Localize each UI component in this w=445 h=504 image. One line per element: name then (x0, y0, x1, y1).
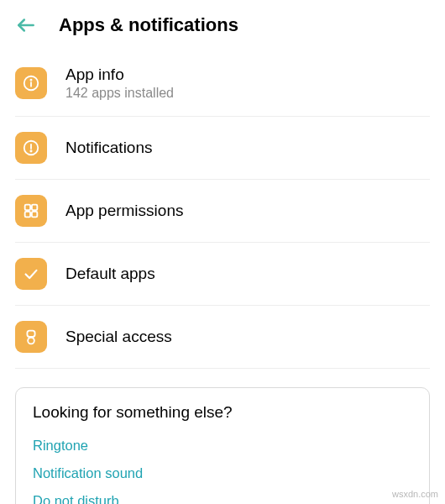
back-arrow-icon[interactable] (15, 14, 37, 36)
list-item-app-permissions[interactable]: App permissions (15, 180, 430, 243)
svg-point-6 (30, 150, 31, 151)
suggestion-heading: Looking for something else? (33, 403, 412, 422)
header: Apps & notifications (0, 0, 445, 50)
list-item-title: App info (65, 66, 174, 84)
svg-rect-8 (32, 205, 37, 210)
alert-icon (15, 132, 47, 164)
svg-rect-10 (32, 212, 37, 217)
list-item-text: App info 142 apps installed (65, 66, 174, 101)
list-item-text: Special access (65, 328, 172, 346)
list-item-title: App permissions (65, 202, 183, 220)
list-item-text: App permissions (65, 202, 183, 220)
special-access-icon (15, 321, 47, 353)
list-item-subtitle: 142 apps installed (65, 86, 174, 101)
check-icon (15, 258, 47, 290)
list-item-app-info[interactable]: App info 142 apps installed (15, 50, 430, 117)
svg-rect-11 (27, 331, 34, 337)
suggestion-card: Looking for something else? Ringtone Not… (15, 387, 430, 504)
svg-rect-7 (25, 205, 30, 210)
list-item-title: Default apps (65, 265, 155, 283)
list-item-special-access[interactable]: Special access (15, 306, 430, 369)
info-icon (15, 67, 47, 99)
svg-point-3 (30, 80, 31, 81)
settings-list: App info 142 apps installed Notification… (0, 50, 445, 369)
svg-rect-9 (25, 212, 30, 217)
list-item-text: Notifications (65, 139, 153, 157)
suggestion-link-notification-sound[interactable]: Notification sound (33, 459, 412, 487)
suggestion-link-ringtone[interactable]: Ringtone (33, 432, 412, 459)
list-item-title: Notifications (65, 139, 153, 157)
list-item-title: Special access (65, 328, 172, 346)
svg-point-12 (28, 338, 34, 344)
watermark: wsxdn.com (392, 489, 438, 499)
page-title: Apps & notifications (59, 14, 238, 36)
list-item-notifications[interactable]: Notifications (15, 117, 430, 180)
suggestion-link-do-not-disturb[interactable]: Do not disturb (33, 487, 412, 504)
list-item-default-apps[interactable]: Default apps (15, 243, 430, 306)
grid-icon (15, 195, 47, 227)
list-item-text: Default apps (65, 265, 155, 283)
